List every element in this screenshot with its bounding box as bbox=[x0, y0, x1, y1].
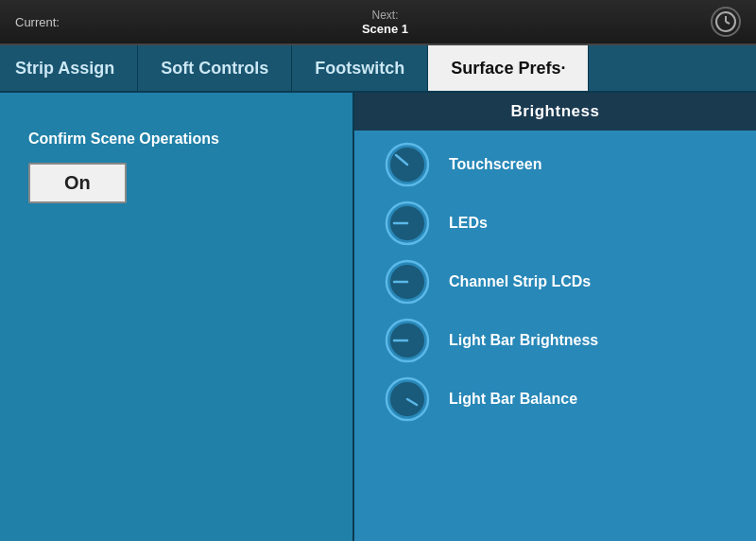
brightness-items: Touchscreen LEDs Channel Strip LCDs bbox=[354, 131, 756, 433]
leds-label: LEDs bbox=[449, 215, 488, 232]
tab-strip-assign[interactable]: Strip Assign bbox=[0, 45, 138, 91]
next-label: Next: bbox=[371, 9, 398, 22]
brightness-item-touchscreen: Touchscreen bbox=[383, 140, 728, 189]
main-content: Confirm Scene Operations On Brightness T… bbox=[0, 93, 756, 541]
brightness-item-channel-strip: Channel Strip LCDs bbox=[383, 257, 728, 306]
brightness-header: Brightness bbox=[354, 93, 756, 131]
leds-knob[interactable] bbox=[383, 199, 432, 248]
next-value: Scene 1 bbox=[362, 22, 408, 36]
light-bar-brightness-label: Light Bar Brightness bbox=[449, 332, 598, 349]
channel-strip-knob[interactable] bbox=[383, 257, 432, 306]
tab-surface-prefs[interactable]: Surface Prefs· bbox=[428, 45, 589, 91]
brightness-item-leds: LEDs bbox=[383, 199, 728, 248]
tab-footswitch[interactable]: Footswitch bbox=[292, 45, 428, 91]
on-button[interactable]: On bbox=[28, 163, 127, 203]
clock-area bbox=[711, 7, 741, 37]
tab-bar: Strip Assign Soft Controls Footswitch Su… bbox=[0, 45, 756, 93]
current-section: Current: bbox=[15, 15, 60, 29]
top-bar: Current: Next: Scene 1 bbox=[0, 0, 756, 45]
touchscreen-label: Touchscreen bbox=[449, 156, 541, 173]
channel-strip-label: Channel Strip LCDs bbox=[449, 273, 591, 290]
left-panel: Confirm Scene Operations On bbox=[0, 93, 354, 541]
current-label: Current: bbox=[15, 15, 60, 29]
light-bar-brightness-knob[interactable] bbox=[383, 316, 432, 365]
brightness-item-light-bar-brightness: Light Bar Brightness bbox=[383, 316, 728, 365]
light-bar-balance-label: Light Bar Balance bbox=[449, 391, 577, 408]
right-panel: Brightness Touchscreen LEDs bbox=[354, 93, 756, 541]
brightness-item-light-bar-balance: Light Bar Balance bbox=[383, 375, 728, 424]
light-bar-balance-knob[interactable] bbox=[383, 375, 432, 424]
confirm-scene-label: Confirm Scene Operations bbox=[28, 131, 219, 148]
next-section: Next: Scene 1 bbox=[362, 9, 408, 36]
touchscreen-knob[interactable] bbox=[383, 140, 432, 189]
tab-soft-controls[interactable]: Soft Controls bbox=[138, 45, 292, 91]
clock-icon bbox=[711, 7, 741, 37]
svg-line-2 bbox=[726, 22, 730, 24]
